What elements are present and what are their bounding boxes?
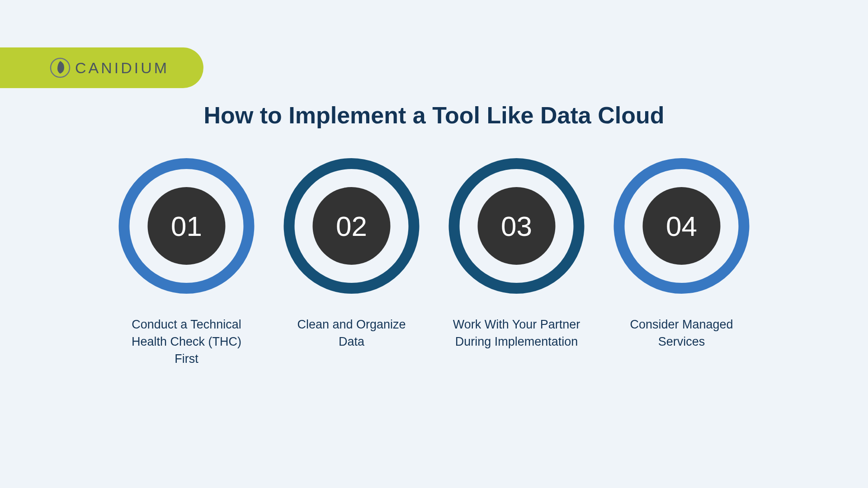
page-title: How to Implement a Tool Like Data Cloud [0,102,868,129]
brand-logo: CANIDIUM [50,57,169,78]
step-circle-outer: 01 [119,158,255,294]
step-label: Work With Your Partner During Implementa… [451,316,582,351]
step-circle-outer: 03 [449,158,585,294]
canidium-logo-icon [50,57,71,78]
steps-container: 01 Conduct a Technical Health Check (THC… [119,158,750,367]
step-number: 02 [336,210,367,242]
step-number: 04 [666,210,697,242]
step-01: 01 Conduct a Technical Health Check (THC… [119,158,255,367]
step-circle-inner: 02 [313,187,391,265]
step-circle-inner: 04 [643,187,721,265]
step-label: Clean and Organize Data [286,316,417,351]
step-03: 03 Work With Your Partner During Impleme… [449,158,585,367]
step-label: Conduct a Technical Health Check (THC) F… [121,316,252,367]
brand-name: CANIDIUM [75,59,169,77]
brand-pill: CANIDIUM [0,47,203,88]
step-circle-outer: 04 [614,158,750,294]
step-04: 04 Consider Managed Services [614,158,750,367]
step-02: 02 Clean and Organize Data [284,158,420,367]
step-label: Consider Managed Services [616,316,747,351]
step-circle-inner: 03 [478,187,556,265]
step-circle-outer: 02 [284,158,420,294]
step-circle-inner: 01 [148,187,226,265]
step-number: 03 [501,210,532,242]
step-number: 01 [171,210,202,242]
